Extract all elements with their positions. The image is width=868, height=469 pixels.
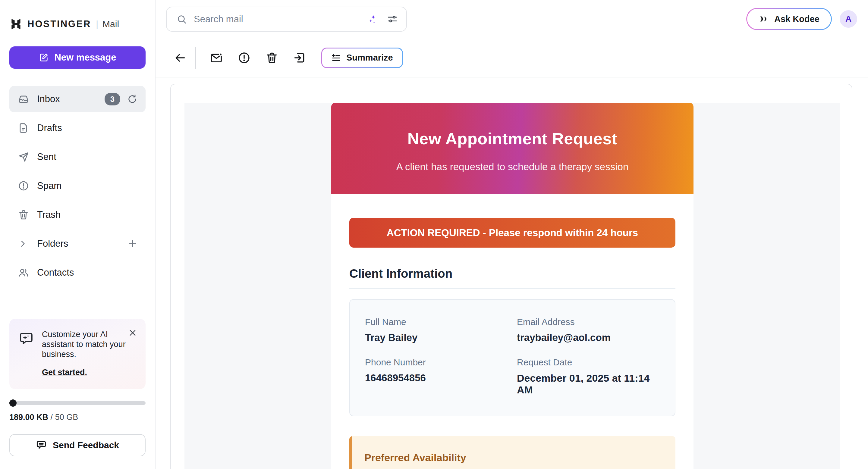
summarize-icon <box>331 53 341 63</box>
avatar[interactable]: A <box>840 10 857 28</box>
move-to-folder-icon[interactable] <box>293 51 306 64</box>
sidebar-item-spam[interactable]: Spam <box>9 173 146 199</box>
ai-promo-text: Customize your AI assistant to match you… <box>42 330 132 359</box>
add-folder-icon[interactable] <box>127 239 138 249</box>
field-label: Phone Number <box>365 357 517 367</box>
email-body: ACTION REQUIRED - Please respond within … <box>331 194 693 469</box>
compose-icon <box>38 53 49 63</box>
send-feedback-label: Send Feedback <box>53 440 119 450</box>
storage-section: 189.00 KB / 50 GB <box>9 401 146 422</box>
storage-progress-knob <box>9 399 17 407</box>
email-hero-title: New Appointment Request <box>331 129 693 148</box>
new-message-button[interactable]: New message <box>9 46 146 69</box>
kodee-icon <box>758 14 769 24</box>
trash-icon <box>18 209 29 221</box>
report-spam-icon[interactable] <box>238 51 251 64</box>
sidebar-item-label: Folders <box>37 238 127 249</box>
sidebar-item-label: Contacts <box>37 267 138 278</box>
field-label: Full Name <box>365 317 517 327</box>
new-message-label: New message <box>54 52 116 63</box>
sidebar-item-label: Inbox <box>37 94 104 104</box>
sidebar-nav: Inbox 3 Drafts Sent <box>9 86 146 286</box>
sidebar-item-label: Spam <box>37 180 138 191</box>
email-card: New Appointment Request A client has req… <box>331 103 693 469</box>
inbox-unread-badge: 3 <box>104 93 120 105</box>
mark-unread-icon[interactable] <box>210 51 223 64</box>
sidebar-item-sent[interactable]: Sent <box>9 144 146 170</box>
chevron-right-icon[interactable] <box>18 239 27 248</box>
client-information-heading: Client Information <box>349 267 675 289</box>
field-request-date: Request Date December 01, 2025 at 11:14 … <box>517 357 660 396</box>
ai-assistant-promo: Customize your AI assistant to match you… <box>9 319 146 389</box>
top-bar: Ask Kodee A <box>156 0 868 39</box>
message-viewer: New Appointment Request A client has req… <box>170 84 852 469</box>
field-email-address: Email Address traybailey@aol.com <box>517 317 660 343</box>
brand-name: HOSTINGER <box>27 19 91 30</box>
drafts-icon <box>18 122 29 134</box>
brand-divider: | <box>96 19 98 29</box>
brand-logo[interactable]: HOSTINGER | Mail <box>9 17 146 31</box>
ask-kodee-button[interactable]: Ask Kodee <box>746 8 832 30</box>
search-filters-icon[interactable] <box>387 14 398 25</box>
top-right-controls: Ask Kodee A <box>746 8 857 30</box>
inbox-icon <box>18 93 29 105</box>
ai-promo-get-started-link[interactable]: Get started. <box>42 368 87 377</box>
search-bar[interactable] <box>166 7 407 32</box>
brand-product: Mail <box>102 19 119 29</box>
field-label: Email Address <box>517 317 660 327</box>
sidebar-spacer <box>9 286 146 319</box>
field-value: Tray Bailey <box>365 332 517 343</box>
refresh-icon[interactable] <box>127 94 138 104</box>
field-value: traybailey@aol.com <box>517 332 660 343</box>
spam-icon <box>18 180 29 192</box>
ai-search-sparkles-icon[interactable] <box>367 14 378 25</box>
toolbar-divider <box>195 47 196 69</box>
email-hero-subtitle: A client has requested to schedule a the… <box>331 161 693 173</box>
field-label: Request Date <box>517 357 660 367</box>
sidebar-item-label: Sent <box>37 152 138 162</box>
field-value: 16468954856 <box>365 372 517 384</box>
sent-icon <box>18 151 29 163</box>
ai-chat-icon <box>19 331 34 346</box>
sidebar-item-drafts[interactable]: Drafts <box>9 115 146 141</box>
message-toolbar: Summarize <box>156 39 868 77</box>
field-phone-number: Phone Number 16468954856 <box>365 357 517 396</box>
field-value: December 01, 2025 at 11:14 AM <box>517 372 660 396</box>
sidebar-item-folders[interactable]: Folders <box>9 230 146 257</box>
sidebar-item-inbox[interactable]: Inbox 3 <box>9 86 146 112</box>
storage-text: 189.00 KB / 50 GB <box>9 413 146 422</box>
feedback-bubble-icon <box>36 440 47 450</box>
search-icon <box>176 14 187 25</box>
back-arrow-icon[interactable] <box>174 51 187 64</box>
summarize-button[interactable]: Summarize <box>321 47 403 68</box>
contacts-icon <box>18 267 29 278</box>
email-hero-header: New Appointment Request A client has req… <box>331 103 693 194</box>
storage-used: 189.00 KB <box>9 413 48 422</box>
close-icon[interactable] <box>128 328 137 337</box>
sidebar: HOSTINGER | Mail New message Inbox 3 <box>0 0 156 469</box>
storage-progress-bar <box>9 401 146 405</box>
sidebar-item-label: Drafts <box>37 123 138 133</box>
hostinger-logo-icon <box>9 18 23 31</box>
sidebar-item-trash[interactable]: Trash <box>9 202 146 228</box>
main-area: Ask Kodee A <box>156 0 868 469</box>
sidebar-item-contacts[interactable]: Contacts <box>9 259 146 286</box>
ask-kodee-label: Ask Kodee <box>774 14 819 24</box>
search-input[interactable] <box>194 14 367 25</box>
field-full-name: Full Name Tray Bailey <box>365 317 517 343</box>
preferred-availability-box: Preferred Availability Dates: Dec 06, 20… <box>349 436 675 469</box>
send-feedback-button[interactable]: Send Feedback <box>9 434 146 456</box>
summarize-label: Summarize <box>346 53 393 63</box>
storage-divider: / <box>51 413 53 422</box>
app-root: HOSTINGER | Mail New message Inbox 3 <box>0 0 868 469</box>
action-required-banner: ACTION REQUIRED - Please respond within … <box>349 218 675 247</box>
delete-icon[interactable] <box>265 51 278 64</box>
availability-heading: Preferred Availability <box>364 452 660 464</box>
email-content-area[interactable]: New Appointment Request A client has req… <box>184 103 840 469</box>
client-info-card: Full Name Tray Bailey Email Address tray… <box>349 299 675 416</box>
sidebar-item-label: Trash <box>37 209 138 220</box>
storage-total: 50 GB <box>55 413 79 422</box>
